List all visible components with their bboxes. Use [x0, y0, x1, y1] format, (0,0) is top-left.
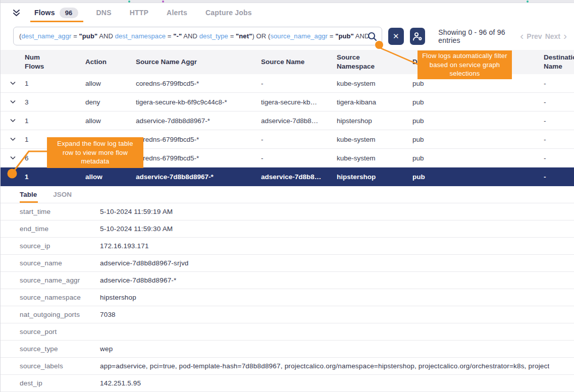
next-button[interactable]: Next [545, 32, 560, 40]
expand-note-tooltip: Expand the flow log table row to view mo… [47, 137, 143, 168]
expand-row-icon[interactable] [10, 137, 25, 142]
cell-source-namespace: hipstershop [337, 117, 412, 125]
tab-label: HTTP [130, 9, 148, 17]
column-header-source-name-aggr[interactable]: Source Name Aggr [136, 54, 261, 70]
next-chevron-icon[interactable]: › [563, 30, 567, 41]
cell-source-name: tigera-secure-kb… [261, 98, 337, 106]
cell-dest-name-aggr: pub [412, 154, 544, 162]
prev-chevron-icon[interactable]: ‹ [520, 30, 524, 41]
cell-source-name-aggr: coredns-6799fbcd5-* [136, 136, 261, 143]
cell-source-name: adservice-7d8b8… [261, 117, 337, 125]
graph-remnant [527, 1, 529, 3]
detail-tab-table[interactable]: Table [20, 191, 37, 203]
cell-dest-name-aggr: pub [412, 173, 544, 181]
flow-table-body: 1allowcoredns-6799fbcd5-*-kube-systempub… [1, 74, 574, 186]
query-token-value: "net" [236, 32, 252, 40]
cell-source-name: - [261, 154, 337, 162]
cell-destination-name: - [544, 80, 574, 87]
query-input[interactable]: (dest_name_aggr = "pub" AND dest_namespa… [13, 27, 382, 45]
query-token-field: source_name_aggr [270, 32, 328, 40]
cell-destination-name: - [544, 136, 574, 143]
field-value: 7038 [100, 311, 116, 318]
tab-label: Alerts [167, 9, 187, 17]
field-key: dest_ip [1, 379, 100, 387]
cell-num-flows: 3 [25, 98, 85, 106]
flow-logs-panel: Flows96DNSHTTPAlertsCapture Jobs (dest_n… [0, 0, 574, 392]
cell-source-name: - [261, 80, 337, 87]
service-graph-crop-edge [1, 0, 574, 3]
query-token-value: "pub" [79, 32, 98, 40]
cell-source-namespace: kube-system [337, 80, 412, 87]
column-header-action[interactable]: Action [85, 54, 136, 70]
cell-source-namespace: hipstershop [337, 173, 412, 181]
expand-row-icon[interactable] [10, 118, 25, 123]
query-token-op: AND [182, 32, 199, 40]
tab-capture-jobs[interactable]: Capture Jobs [205, 3, 252, 22]
collapse-panel-icon[interactable] [12, 8, 21, 18]
flow-table-row[interactable]: 1allowadservice-7d8b8d8967-*adservice-7d… [1, 111, 574, 130]
detail-field-row: end_time5-10-2024 11:59:30 AM [1, 220, 574, 238]
filter-note-tooltip: Flow logs automatically filter based on … [418, 50, 512, 79]
detail-field-row: source_port [1, 323, 574, 341]
query-token-field: dest_name_aggr [21, 32, 71, 40]
log-tabs: Flows96DNSHTTPAlertsCapture Jobs [1, 3, 574, 22]
prev-button[interactable]: Prev [527, 32, 542, 40]
cell-num-flows: 1 [25, 80, 85, 87]
tab-flows[interactable]: Flows96 [34, 3, 78, 22]
graph-remnant [128, 1, 130, 3]
flow-table-row[interactable]: 1allowadservice-7d8b8d8967-*adservice-7d… [1, 167, 574, 186]
cell-source-name: adservice-7d8b8… [261, 173, 337, 181]
field-key: source_name [1, 259, 100, 267]
cell-action: allow [85, 173, 136, 181]
detail-field-row: source_nameadservice-7d8b8d8967-srjvd [1, 255, 574, 272]
tab-http[interactable]: HTTP [130, 3, 148, 22]
field-key: start_time [1, 208, 100, 215]
tab-alerts[interactable]: Alerts [167, 3, 187, 22]
cell-destination-name: - [544, 173, 574, 181]
clear-query-button[interactable]: ✕ [388, 28, 404, 45]
expand-row-icon[interactable] [10, 81, 25, 86]
field-key: end_time [1, 225, 100, 233]
query-token-op: AND [97, 32, 115, 40]
query-token-op: ) OR ( [252, 32, 270, 40]
column-header-source-namespace[interactable]: Source Namespace [337, 50, 412, 74]
detail-field-row: nat_outgoing_ports7038 [1, 306, 574, 323]
expand-row-icon[interactable] [10, 155, 25, 160]
field-value: wep [100, 345, 113, 353]
field-key: source_ip [1, 242, 100, 250]
query-token-field: dest_namespace [115, 32, 166, 40]
results-summary: Showing 0 - 96 of 96 entries [438, 28, 520, 44]
expand-row-icon[interactable] [10, 99, 25, 104]
field-value: hipstershop [100, 294, 136, 301]
expander-column-spacer [10, 59, 25, 65]
query-token-field: dest_type [199, 32, 228, 40]
graph-remnant [162, 1, 164, 3]
field-value: 5-10-2024 11:59:30 AM [100, 225, 173, 233]
search-icon[interactable] [367, 31, 378, 44]
user-query-settings-button[interactable] [410, 28, 426, 45]
tab-label: Flows [34, 9, 55, 17]
cell-source-name-aggr: adservice-7d8b8d8967-* [136, 117, 261, 125]
detail-field-row: source_ip172.16.193.171 [1, 238, 574, 255]
detail-tab-json[interactable]: JSON [53, 191, 72, 203]
detail-tabs: TableJSON [1, 186, 574, 203]
detail-field-row: source_name_aggradservice-7d8b8d8967-* [1, 272, 574, 289]
column-header-destination-name[interactable]: Destination Name [544, 50, 574, 74]
cell-dest-name-aggr: pub [412, 80, 544, 87]
column-header-num-flows[interactable]: Num Flows [25, 50, 85, 74]
flow-table-row[interactable]: 3denytigera-secure-kb-6f9c9c44c8-*tigera… [1, 93, 574, 111]
cell-action: allow [85, 80, 136, 87]
filter-bar: (dest_name_aggr = "pub" AND dest_namespa… [1, 22, 574, 50]
query-token-op: = [228, 32, 236, 40]
field-key: nat_outgoing_ports [1, 311, 100, 318]
tab-dns[interactable]: DNS [96, 3, 112, 22]
cell-destination-name: - [544, 98, 574, 106]
field-value: adservice-7d8b8d8967-srjvd [100, 259, 189, 267]
cell-source-namespace: tigera-kibana [337, 98, 412, 106]
query-token-value: "-" [173, 32, 182, 40]
query-token-op: = [166, 32, 173, 40]
cell-num-flows: 1 [25, 173, 85, 181]
column-header-source-name[interactable]: Source Name [261, 54, 337, 70]
detail-field-row: source_typewep [1, 341, 574, 358]
cell-source-name-aggr: adservice-7d8b8d8967-* [136, 173, 261, 181]
